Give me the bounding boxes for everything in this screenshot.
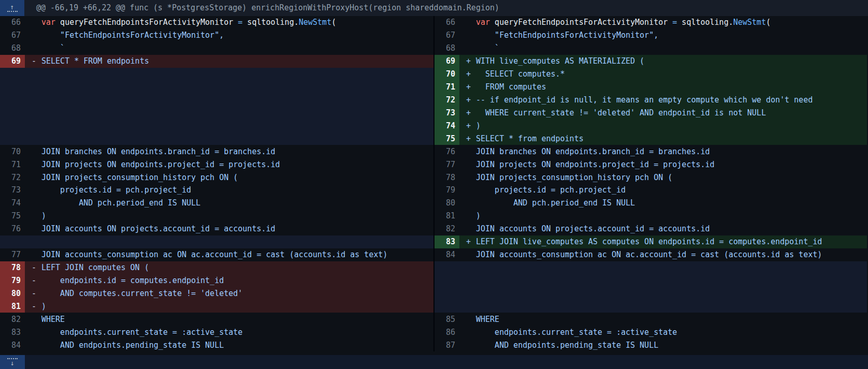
code-text: JOIN projects ON endpoints.project_id = …	[476, 160, 715, 169]
line-number[interactable]: 79	[435, 184, 459, 197]
line-number[interactable]: 81	[435, 210, 459, 223]
code-text: SELECT computes.*	[476, 69, 565, 79]
code-text: AND endpoints.pending_state IS NULL	[476, 341, 658, 350]
diff-filler-row	[435, 287, 867, 300]
line-number[interactable]: 73	[435, 106, 459, 119]
diff-row: 76JOIN accounts ON projects.account_id =…	[0, 223, 433, 235]
code-text: JOIN accounts ON projects.account_id = a…	[476, 224, 710, 233]
diff-row: 67 "FetchEndpointsForActivityMonitor",	[435, 29, 867, 42]
diff-marker: +	[459, 95, 476, 105]
line-number[interactable]: 75	[435, 132, 459, 145]
line-number[interactable]: 85	[435, 313, 459, 326]
line-number[interactable]: 86	[435, 326, 459, 338]
expand-up-button[interactable]: ↑	[0, 0, 24, 16]
diff-marker: -	[25, 263, 41, 272]
code-text: projects.id = pch.project_id	[41, 185, 191, 195]
expand-up-icon: ↑	[10, 4, 15, 10]
line-number[interactable]: 84	[435, 248, 459, 261]
line-number[interactable]: 67	[435, 29, 459, 42]
diff-marker: -	[25, 56, 41, 66]
diff-row: 87 AND endpoints.pending_state IS NULL	[435, 338, 867, 351]
diff-pane-new: 66var queryFetchEndpointsForActivityMoni…	[433, 16, 867, 351]
line-number[interactable]: 76	[435, 145, 459, 158]
line-number[interactable]: 77	[0, 248, 25, 261]
code-text: var queryFetchEndpointsForActivityMonito…	[41, 18, 336, 27]
code-text: WITH live_computes AS MATERIALIZED (	[476, 56, 644, 66]
diff-filler-row	[435, 274, 867, 287]
line-number[interactable]: 69	[435, 55, 459, 68]
code-text: AND pch.period_end IS NULL	[41, 198, 200, 208]
line-number[interactable]: 71	[435, 81, 459, 94]
code-text: JOIN projects_consumption_history pch ON…	[476, 173, 672, 182]
diff-row: 66var queryFetchEndpointsForActivityMoni…	[0, 16, 433, 29]
line-number[interactable]: 71	[0, 158, 25, 171]
code-text: projects.id = pch.project_id	[476, 185, 626, 195]
diff-row: 66var queryFetchEndpointsForActivityMoni…	[435, 16, 867, 29]
line-number[interactable]: 75	[0, 210, 25, 223]
line-number[interactable]: 73	[0, 184, 25, 197]
diff-row: 83 endpoints.current_state = :active_sta…	[0, 326, 433, 338]
code-text: JOIN projects ON endpoints.project_id = …	[41, 160, 280, 169]
code-text: `	[41, 43, 65, 53]
diff-filler-row	[0, 235, 433, 248]
diff-row: 67 "FetchEndpointsForActivityMonitor",	[0, 29, 433, 42]
code-text: LEFT JOIN live_computes AS computes ON e…	[476, 237, 822, 246]
diff-row: 73+ WHERE current_state != 'deleted' AND…	[435, 106, 867, 119]
code-text: "FetchEndpointsForActivityMonitor",	[476, 31, 658, 40]
line-number[interactable]: 79	[0, 274, 25, 287]
code-text: FROM computes	[476, 82, 546, 92]
line-number[interactable]: 81	[0, 300, 25, 313]
code-text: JOIN accounts_consumption ac ON ac.accou…	[476, 250, 822, 259]
line-number[interactable]: 80	[0, 287, 25, 300]
diff-row: 71JOIN projects ON endpoints.project_id …	[0, 158, 433, 171]
expand-down-button[interactable]: ↓	[0, 355, 25, 369]
line-number[interactable]: 69	[0, 55, 25, 68]
diff-marker: +	[459, 134, 476, 143]
line-number[interactable]: 68	[0, 42, 25, 55]
line-number[interactable]: 72	[0, 171, 25, 184]
line-number[interactable]: 84	[0, 338, 25, 351]
line-number[interactable]: 83	[0, 326, 25, 338]
line-number[interactable]: 82	[435, 223, 459, 235]
line-number[interactable]: 78	[435, 171, 459, 184]
line-number[interactable]: 70	[435, 68, 459, 81]
diff-row: 72+-- if endpoint_id is null, it means a…	[435, 94, 867, 107]
diff-marker: +	[459, 237, 476, 246]
line-number[interactable]: 74	[0, 197, 25, 210]
line-number[interactable]: 66	[435, 16, 459, 29]
code-text: endpoints.id = computes.endpoint_id	[41, 276, 224, 285]
hunk-header-text: @@ -66,19 +66,22 @@ func (s *PostgresSto…	[24, 0, 499, 16]
diff-row: 69-SELECT * FROM endpoints	[0, 55, 433, 68]
line-number[interactable]: 68	[435, 42, 459, 55]
code-text: SELECT * FROM endpoints	[41, 56, 149, 66]
diff-row: 75+SELECT * from endpoints	[435, 132, 867, 145]
line-number[interactable]: 67	[0, 29, 25, 42]
line-number[interactable]: 72	[435, 94, 459, 107]
diff-row: 78-LEFT JOIN computes ON (	[0, 261, 433, 274]
line-number[interactable]: 78	[0, 261, 25, 274]
line-number[interactable]: 83	[435, 235, 459, 248]
code-text: JOIN accounts_consumption ac ON ac.accou…	[41, 250, 387, 259]
diff-filler-row	[0, 68, 433, 81]
diff-marker: -	[25, 276, 41, 285]
code-text: `	[476, 43, 499, 53]
line-number[interactable]: 87	[435, 338, 459, 351]
line-number[interactable]: 77	[435, 158, 459, 171]
diff-row: 86 endpoints.current_state = :active_sta…	[435, 326, 867, 338]
code-text: )	[476, 211, 481, 220]
diff-marker: +	[459, 108, 476, 117]
code-text: WHERE	[41, 315, 65, 324]
line-number[interactable]: 82	[0, 313, 25, 326]
line-number[interactable]: 76	[0, 223, 25, 235]
line-number[interactable]: 70	[0, 145, 25, 158]
diff-row: 77JOIN accounts_consumption ac ON ac.acc…	[0, 248, 433, 261]
code-text: JOIN projects_consumption_history pch ON…	[41, 173, 238, 182]
line-number[interactable]: 74	[435, 119, 459, 132]
diff-marker: +	[459, 69, 476, 79]
diff-row: 73 projects.id = pch.project_id	[0, 184, 433, 197]
diff-row: 74+)	[435, 119, 867, 132]
line-number[interactable]: 80	[435, 197, 459, 210]
line-number[interactable]: 66	[0, 16, 25, 29]
diff-row: 79- endpoints.id = computes.endpoint_id	[0, 274, 433, 287]
diff-row: 69+WITH live_computes AS MATERIALIZED (	[435, 55, 867, 68]
